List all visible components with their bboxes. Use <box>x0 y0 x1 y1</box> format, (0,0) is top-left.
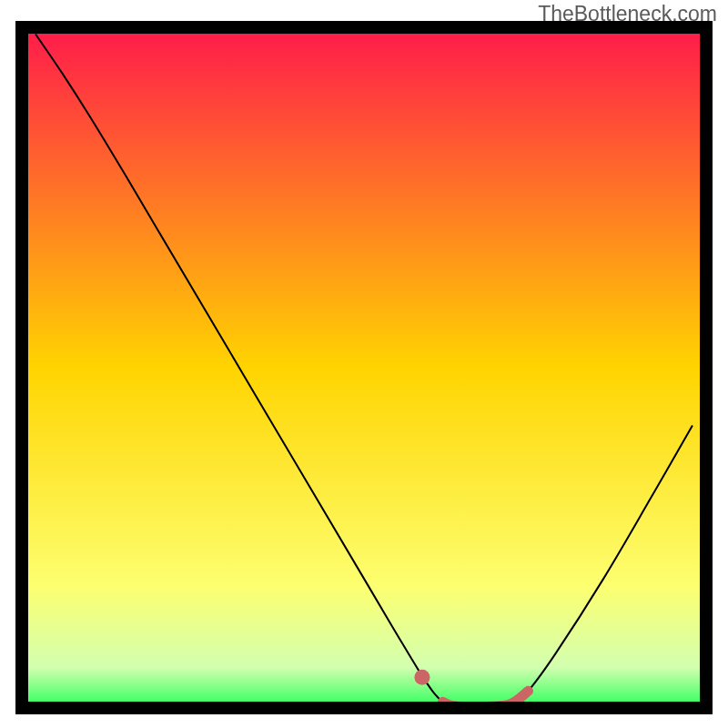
plot-background <box>22 27 706 708</box>
watermark-text: TheBottleneck.com <box>538 2 717 26</box>
chart-svg <box>0 0 728 728</box>
chart-frame: TheBottleneck.com <box>0 0 728 728</box>
highlight-detached-dot <box>414 670 430 685</box>
